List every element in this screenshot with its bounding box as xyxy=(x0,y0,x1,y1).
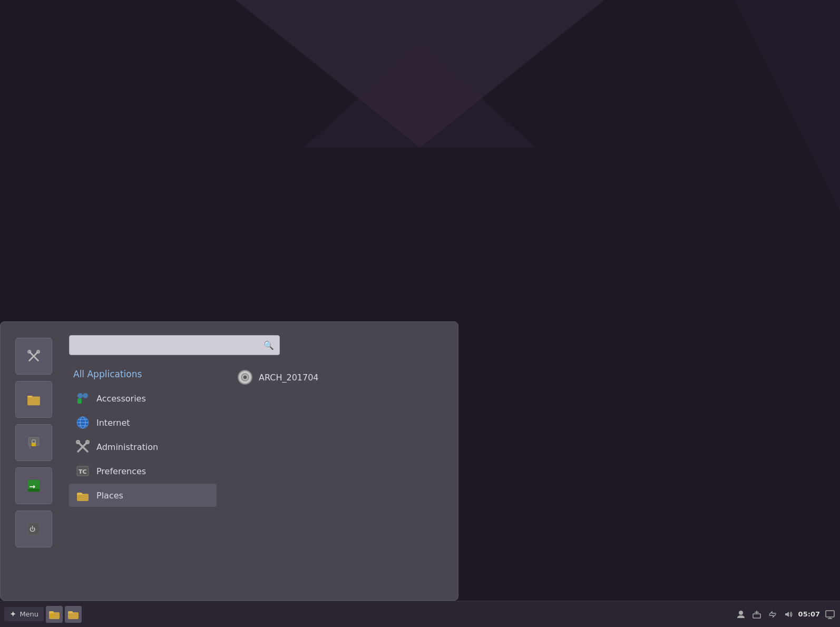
menu-left-column: All Applications Accessories xyxy=(69,365,217,587)
svg-rect-12 xyxy=(27,489,39,492)
app-menu: 2 → ⏻ 🔍 xyxy=(0,321,458,601)
poweroff-icon: ⏻ xyxy=(26,522,41,536)
preferences-item[interactable]: TC Preferences xyxy=(69,459,217,483)
administration-icon xyxy=(75,439,90,454)
svg-rect-4 xyxy=(27,396,40,405)
menu-right-column: ARCH_201704 xyxy=(232,365,445,587)
svg-point-15 xyxy=(77,393,83,398)
administration-label: Administration xyxy=(96,442,158,452)
svg-text:2: 2 xyxy=(29,446,31,449)
internet-icon xyxy=(75,415,90,430)
tools-icon xyxy=(26,349,41,364)
search-icon[interactable]: 🔍 xyxy=(263,340,274,350)
places-label: Places xyxy=(96,491,123,501)
taskbar-folder2-icon xyxy=(67,609,79,620)
screen-icon[interactable] xyxy=(824,609,836,620)
sidebar-lock-button[interactable]: 2 xyxy=(15,424,52,461)
accessories-label: Accessories xyxy=(96,394,146,404)
menu-star-icon: ✦ xyxy=(9,609,16,619)
svg-rect-35 xyxy=(753,614,760,618)
search-input[interactable] xyxy=(75,341,263,349)
administration-item[interactable]: Administration xyxy=(69,435,217,458)
taskbar-menu-button[interactable]: ✦ Menu xyxy=(4,607,44,621)
desktop: 2 → ⏻ 🔍 xyxy=(0,0,840,627)
folder-icon xyxy=(26,392,41,407)
app-menu-main-content: 🔍 All Applications xyxy=(64,332,450,590)
taskbar-folder1-icon xyxy=(48,609,60,620)
svg-rect-39 xyxy=(826,611,834,617)
preferences-icon: TC xyxy=(75,464,90,478)
all-applications-item[interactable]: All Applications xyxy=(69,365,217,384)
network-manager-icon[interactable] xyxy=(751,609,763,620)
svg-marker-38 xyxy=(785,612,789,617)
sidebar-folder-button[interactable] xyxy=(15,381,52,418)
sidebar-logout-button[interactable]: → xyxy=(15,467,52,504)
taskbar: ✦ Menu xyxy=(0,601,840,627)
arch-disc-label: ARCH_201704 xyxy=(259,373,319,383)
menu-columns: All Applications Accessories xyxy=(69,365,445,587)
svg-text:⏻: ⏻ xyxy=(30,526,35,533)
logout-icon: → xyxy=(26,478,41,493)
sidebar-tools-button[interactable] xyxy=(15,338,52,375)
network2-icon[interactable] xyxy=(767,609,778,620)
accessories-item[interactable]: Accessories xyxy=(69,387,217,410)
volume-icon[interactable] xyxy=(783,609,794,620)
clock-display: 05:07 xyxy=(798,610,820,618)
menu-label: Menu xyxy=(19,610,38,618)
places-icon xyxy=(75,488,90,503)
user-icon[interactable] xyxy=(735,609,747,620)
accessories-icon xyxy=(75,391,90,406)
disc-icon xyxy=(238,370,252,385)
internet-label: Internet xyxy=(96,418,130,428)
svg-rect-17 xyxy=(77,398,82,404)
places-item[interactable]: Places xyxy=(69,484,217,507)
taskbar-folder2-button[interactable] xyxy=(65,606,82,623)
preferences-label: Preferences xyxy=(96,466,146,476)
svg-point-34 xyxy=(739,611,743,615)
search-bar[interactable]: 🔍 xyxy=(69,335,280,355)
taskbar-folder1-button[interactable] xyxy=(46,606,63,623)
decoration-triangle xyxy=(735,0,840,211)
sidebar-poweroff-button[interactable]: ⏻ xyxy=(15,511,52,547)
svg-rect-29 xyxy=(77,494,89,501)
all-applications-label: All Applications xyxy=(73,369,142,379)
arch-disc-item[interactable]: ARCH_201704 xyxy=(232,367,445,388)
app-menu-sidebar: 2 → ⏻ xyxy=(8,332,58,590)
disc-center xyxy=(243,375,247,379)
taskbar-right-area: 05:07 xyxy=(735,609,836,620)
svg-text:TC: TC xyxy=(79,468,87,475)
svg-point-16 xyxy=(83,393,88,398)
internet-item[interactable]: Internet xyxy=(69,411,217,434)
lock-screen-icon: 2 xyxy=(26,435,41,450)
